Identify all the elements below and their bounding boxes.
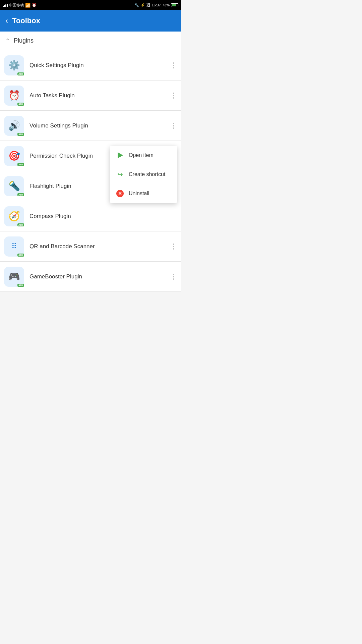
more-menu-button[interactable] <box>170 90 177 101</box>
play-icon <box>116 151 124 159</box>
game-icon: 🎮 <box>8 271 20 282</box>
list-item[interactable]: 🔊 AIO Volume Settings Plugin <box>0 111 181 141</box>
status-right: 🔧 ⚡ 🖼 16:37 73% <box>134 3 178 7</box>
top-bar: ‹ Toolbox <box>0 10 181 32</box>
list-item[interactable]: ⚙️ AIO Quick Settings Plugin <box>0 50 181 80</box>
plugin-name: QR and Barcode Scanner <box>29 243 170 250</box>
wrench-icon: 🔧 <box>134 3 139 7</box>
aio-badge: AIO <box>17 133 24 136</box>
plugin-icon-flashlight: 🔦 AIO <box>4 176 24 196</box>
plugin-icon-qr: ⠿ AIO <box>4 236 24 257</box>
status-left: 中国移动 📶 ⏰ <box>3 3 37 8</box>
time-display: 16:37 <box>152 3 161 7</box>
battery-icon <box>171 3 178 7</box>
plugin-icon-auto-tasks: ⏰ AIO <box>4 86 24 106</box>
context-menu-uninstall[interactable]: ✕ Uninstall <box>110 184 177 203</box>
eye-icon: 🎯 <box>8 150 20 161</box>
plugin-icon-quick-settings: ⚙️ AIO <box>4 55 24 75</box>
image-icon: 🖼 <box>146 3 150 7</box>
back-button[interactable]: ‹ <box>5 16 8 25</box>
plugin-name: Volume Settings Plugin <box>29 122 170 129</box>
x-circle: ✕ <box>116 190 124 197</box>
list-item[interactable]: 🧭 AIO Compass Plugin <box>0 201 181 231</box>
plugin-icon-gamebooster: 🎮 AIO <box>4 267 24 287</box>
aio-badge: AIO <box>17 163 24 166</box>
context-menu-create-shortcut[interactable]: ↪ Create shortcut <box>110 165 177 184</box>
section-header-plugins[interactable]: ⌃ Plugins <box>0 32 181 50</box>
aio-badge: AIO <box>17 284 24 287</box>
battery-percent: 73% <box>162 3 170 7</box>
aio-badge: AIO <box>17 254 24 257</box>
chevron-up-icon: ⌃ <box>5 38 10 44</box>
share-icon: ↪ <box>116 170 124 178</box>
status-bar: 中国移动 📶 ⏰ 🔧 ⚡ 🖼 16:37 73% <box>0 0 181 10</box>
compass-icon: 🧭 <box>8 211 20 222</box>
section-title-plugins: Plugins <box>14 37 34 44</box>
aio-badge: AIO <box>17 193 24 196</box>
list-item[interactable]: ⏰ AIO Auto Tasks Plugin <box>0 80 181 111</box>
volume-icon: 🔊 <box>8 120 20 131</box>
plugin-name: GameBooster Plugin <box>29 273 170 280</box>
gear-icon: ⚙️ <box>8 60 20 71</box>
plugin-name: Quick Settings Plugin <box>29 62 170 69</box>
create-shortcut-label: Create shortcut <box>129 171 165 177</box>
open-item-label: Open item <box>129 152 154 158</box>
aio-badge: AIO <box>17 72 24 75</box>
plugin-name: Compass Plugin <box>29 213 177 220</box>
plugin-icon-compass: 🧭 AIO <box>4 206 24 226</box>
uninstall-label: Uninstall <box>129 191 149 197</box>
more-menu-button[interactable] <box>170 60 177 71</box>
usb-icon: ⚡ <box>140 3 145 7</box>
aio-badge: AIO <box>17 103 24 106</box>
list-item[interactable]: ⠿ AIO QR and Barcode Scanner <box>0 231 181 262</box>
plugin-icon-volume-settings: 🔊 AIO <box>4 116 24 136</box>
alarm-icon: ⏰ <box>32 3 37 7</box>
battery-fill <box>172 4 176 6</box>
flashlight-icon: 🔦 <box>8 180 20 192</box>
more-menu-button[interactable] <box>170 241 177 252</box>
uninstall-icon: ✕ <box>116 190 124 198</box>
more-menu-button[interactable] <box>170 120 177 131</box>
context-menu-open-item[interactable]: Open item <box>110 146 177 165</box>
plugin-icon-permission-check: 🎯 AIO <box>4 146 24 166</box>
page-title: Toolbox <box>12 16 40 25</box>
plugin-name: Auto Tasks Plugin <box>29 92 170 99</box>
aio-badge: AIO <box>17 223 24 226</box>
more-menu-button[interactable] <box>170 271 177 282</box>
qr-icon: ⠿ <box>11 242 17 251</box>
wifi-icon: 📶 <box>25 3 31 8</box>
list-item[interactable]: 🎮 AIO GameBooster Plugin <box>0 262 181 292</box>
context-menu: Open item ↪ Create shortcut ✕ Uninstall <box>110 146 177 203</box>
carrier-text: 中国移动 <box>9 3 24 8</box>
signal-bars <box>3 3 8 7</box>
clock-icon: ⏰ <box>8 90 20 101</box>
